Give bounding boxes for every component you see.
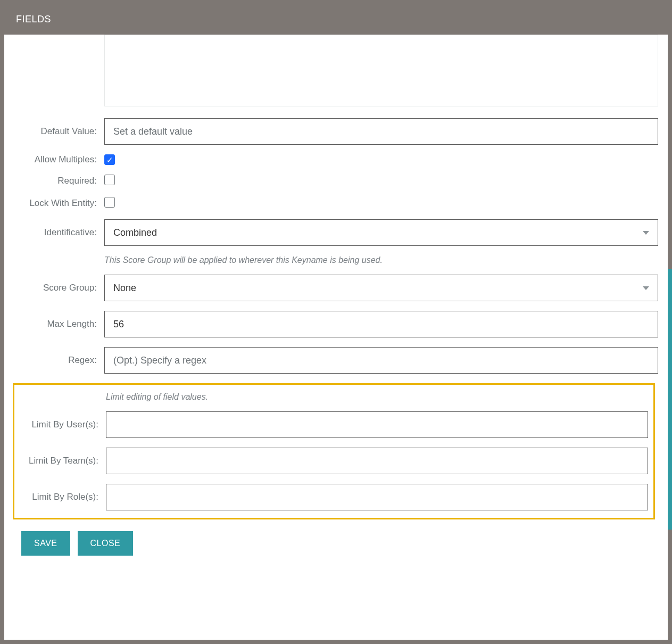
chevron-down-icon <box>643 286 649 290</box>
limit-editing-section: Limit editing of field values. Limit By … <box>13 383 655 519</box>
row-required: Required: <box>14 175 658 187</box>
allow-multiples-label: Allow Multiples: <box>14 154 104 165</box>
row-max-length: Max Length: <box>14 311 658 337</box>
limit-teams-input[interactable] <box>106 448 648 474</box>
required-label: Required: <box>14 176 104 186</box>
default-value-input[interactable] <box>104 118 658 145</box>
max-length-label: Max Length: <box>14 319 104 329</box>
chevron-down-icon <box>643 231 649 235</box>
background-accent-strip <box>668 269 672 530</box>
score-group-select[interactable]: None <box>104 275 658 301</box>
regex-input[interactable] <box>104 347 658 374</box>
row-identificative: Identificative: Combined <box>14 219 658 246</box>
modal-header: FIELDS <box>4 4 668 35</box>
identificative-value: Combined <box>113 227 157 238</box>
max-length-input[interactable] <box>104 311 658 337</box>
row-limit-roles: Limit By Role(s): <box>14 484 648 510</box>
row-limit-teams: Limit By Team(s): <box>14 448 648 474</box>
limit-roles-input[interactable] <box>106 484 648 510</box>
row-limit-hint: Limit editing of field values. <box>14 392 648 407</box>
row-allow-multiples: Allow Multiples: ✓ <box>14 154 658 165</box>
row-limit-users: Limit By User(s): <box>14 411 648 438</box>
identificative-select[interactable]: Combined <box>104 219 658 246</box>
row-regex: Regex: <box>14 347 658 374</box>
score-group-label: Score Group: <box>14 283 104 293</box>
allow-multiples-checkbox[interactable]: ✓ <box>104 154 115 165</box>
identificative-label: Identificative: <box>14 227 104 238</box>
score-group-value: None <box>113 283 136 294</box>
score-group-hint: This Score Group will be applied to wher… <box>104 255 658 265</box>
fields-form: Default Value: Allow Multiples: ✓ Requir… <box>14 35 658 567</box>
modal-title: FIELDS <box>16 14 51 24</box>
row-score-group-hint: This Score Group will be applied to wher… <box>14 255 658 270</box>
fields-modal: FIELDS Default Value: Allow Multiples: ✓ <box>4 4 668 640</box>
regex-label: Regex: <box>14 355 104 366</box>
limit-hint: Limit editing of field values. <box>106 392 648 402</box>
description-textarea[interactable] <box>104 35 658 106</box>
default-value-label: Default Value: <box>14 126 104 137</box>
row-default-value: Default Value: <box>14 118 658 145</box>
limit-users-label: Limit By User(s): <box>14 419 106 430</box>
lock-with-entity-checkbox[interactable] <box>104 197 115 208</box>
save-button[interactable]: SAVE <box>21 531 70 556</box>
required-checkbox[interactable] <box>104 175 115 185</box>
limit-users-input[interactable] <box>106 411 648 438</box>
close-button[interactable]: CLOSE <box>78 531 134 556</box>
row-textarea <box>14 35 658 109</box>
row-lock-with-entity: Lock With Entity: <box>14 197 658 210</box>
limit-roles-label: Limit By Role(s): <box>14 492 106 502</box>
lock-with-entity-label: Lock With Entity: <box>14 198 104 209</box>
modal-body: Default Value: Allow Multiples: ✓ Requir… <box>4 35 668 640</box>
modal-footer: SAVE CLOSE <box>14 519 658 567</box>
row-score-group: Score Group: None <box>14 275 658 301</box>
limit-teams-label: Limit By Team(s): <box>14 456 106 466</box>
